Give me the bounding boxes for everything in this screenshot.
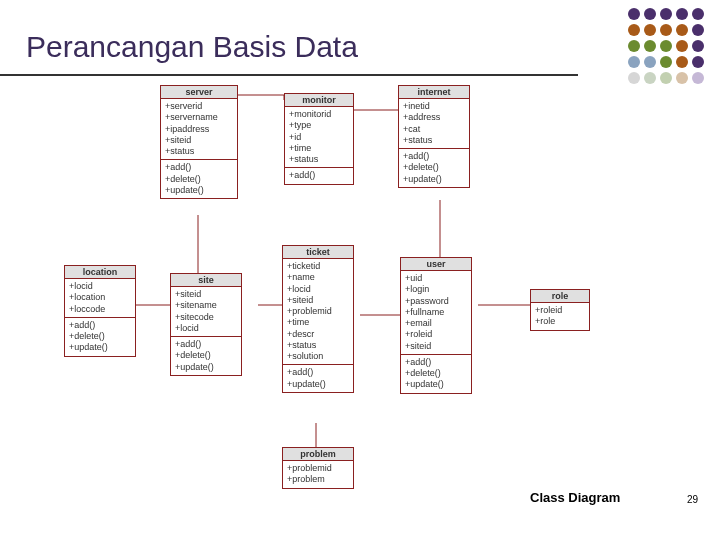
class-header: ticket [283,246,353,259]
diagram-canvas: server +serverid+servername+ipaddress+si… [0,85,720,515]
class-header: user [401,258,471,271]
class-role: role +roleid+role [530,289,590,331]
class-server: server +serverid+servername+ipaddress+si… [160,85,238,199]
attrs-section: +monitorid+type+id+time+status [285,107,353,167]
ops-section: +add() [285,167,353,183]
ops-section: +add()+delete()+update() [399,148,469,187]
attrs-section: +roleid+role [531,303,589,330]
ops-section: +add()+delete()+update() [171,336,241,375]
attrs-section: +uid+login+password+fullname+email+rolei… [401,271,471,354]
attrs-section: +ticketid+name+locid+siteid+problemid+ti… [283,259,353,364]
class-header: internet [399,86,469,99]
corner-dot-decoration [628,8,704,84]
class-location: location +locid+location+loccode +add()+… [64,265,136,357]
class-header: role [531,290,589,303]
class-header: problem [283,448,353,461]
ops-section: +add()+delete()+update() [161,159,237,198]
class-header: location [65,266,135,279]
attrs-section: +serverid+servername+ipaddress+siteid+st… [161,99,237,159]
page-number: 29 [687,494,698,505]
class-header: monitor [285,94,353,107]
attrs-section: +locid+location+loccode [65,279,135,317]
title-underline [0,74,578,76]
class-header: server [161,86,237,99]
attrs-section: +siteid+sitename+sitecode+locid [171,287,241,336]
class-site: site +siteid+sitename+sitecode+locid +ad… [170,273,242,376]
attrs-section: +problemid+problem [283,461,353,488]
page-title: Perancangan Basis Data [26,30,358,64]
class-monitor: monitor +monitorid+type+id+time+status +… [284,93,354,185]
class-internet: internet +inetid+address+cat+status +add… [398,85,470,188]
class-ticket: ticket +ticketid+name+locid+siteid+probl… [282,245,354,393]
class-user: user +uid+login+password+fullname+email+… [400,257,472,394]
diagram-caption: Class Diagram [530,490,620,505]
ops-section: +add()+delete()+update() [65,317,135,356]
class-problem: problem +problemid+problem [282,447,354,489]
class-header: site [171,274,241,287]
ops-section: +add()+update() [283,364,353,392]
attrs-section: +inetid+address+cat+status [399,99,469,148]
ops-section: +add()+delete()+update() [401,354,471,393]
